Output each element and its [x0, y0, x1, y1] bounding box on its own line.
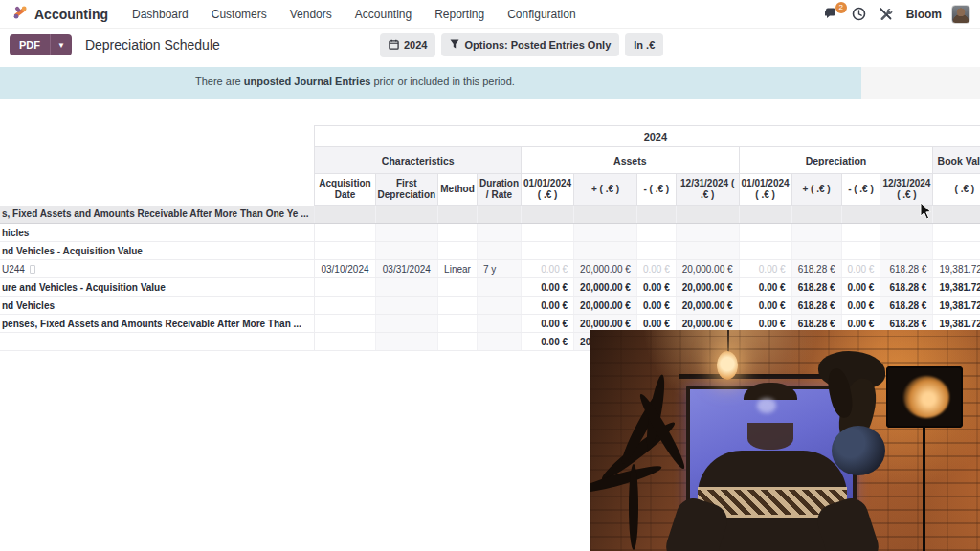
- cell: 0.00 €: [522, 297, 574, 315]
- cell: [477, 297, 521, 315]
- table-row[interactable]: hicles: [0, 224, 980, 242]
- cell: 19,381.72 €: [933, 278, 980, 297]
- cell: [477, 206, 521, 224]
- cell: [574, 224, 637, 242]
- cell: [791, 224, 841, 242]
- cell: 20,000.00 €: [676, 260, 739, 278]
- banner-text: There are unposted Journal Entries prior…: [195, 76, 515, 87]
- cell: 0.00 €: [522, 315, 574, 333]
- table-row[interactable]: nd Vehicles - Acquisition Value: [0, 242, 980, 260]
- globe-decor: [832, 426, 885, 475]
- cell: 618.28 €: [880, 260, 933, 278]
- cell: [739, 206, 791, 224]
- cell: [739, 224, 791, 242]
- banner-bold-text[interactable]: unposted Journal Entries: [244, 76, 371, 87]
- row-label[interactable]: penses, Fixed Assets and Amounts Receiva…: [0, 315, 315, 333]
- row-label[interactable]: hicles: [0, 224, 315, 242]
- cell: 7 y: [477, 260, 521, 278]
- cell: [933, 224, 980, 242]
- cell: [375, 333, 438, 351]
- row-label[interactable]: ure and Vehicles - Acquisition Value: [0, 278, 315, 297]
- cell: 618.28 €: [880, 297, 933, 315]
- menu-item-dashboard[interactable]: Dashboard: [122, 3, 199, 26]
- cell: [438, 278, 478, 297]
- cell: [477, 333, 521, 351]
- table-row[interactable]: nd Vehicles0.00 €20,000.00 €0.00 €20,000…: [0, 297, 980, 315]
- messages-icon[interactable]: 2: [822, 4, 843, 25]
- column-header[interactable]: 01/01/2024 ( .€ ): [522, 174, 574, 206]
- cell: [791, 206, 841, 224]
- menu-item-configuration[interactable]: Configuration: [497, 3, 586, 26]
- cell: [676, 242, 739, 260]
- column-header[interactable]: 12/31/2024 ( .€ ): [880, 174, 933, 206]
- cell: 0.00 €: [739, 297, 791, 315]
- table-row[interactable]: s, Fixed Assets and Amounts Receivable A…: [0, 206, 980, 224]
- banner-strip: There are unposted Journal Entries prior…: [0, 67, 980, 99]
- activities-clock-icon[interactable]: [849, 4, 870, 25]
- cell: 0.00 €: [841, 278, 880, 297]
- pdf-dropdown-caret-icon[interactable]: ▼: [50, 34, 72, 55]
- calendar-icon: [389, 39, 399, 52]
- cell: 20,000.00 €: [676, 297, 739, 315]
- row-label[interactable]: U244: [0, 260, 315, 278]
- main-menu: DashboardCustomersVendorsAccountingRepor…: [122, 3, 587, 26]
- cell: [375, 315, 438, 333]
- column-header[interactable]: 01/01/2024 ( .€ ): [739, 174, 791, 206]
- row-label[interactable]: s, Fixed Assets and Amounts Receivable A…: [0, 206, 315, 224]
- column-header[interactable]: - ( .€ ): [841, 174, 880, 206]
- column-header[interactable]: + ( .€ ): [574, 174, 637, 206]
- cell: [739, 242, 791, 260]
- row-label[interactable]: nd Vehicles - Acquisition Value: [0, 242, 315, 260]
- column-header[interactable]: - ( .€ ): [636, 174, 676, 206]
- group-header-depreciation: Depreciation: [739, 147, 933, 174]
- cell: [636, 206, 676, 224]
- cell: [477, 278, 521, 297]
- menu-item-customers[interactable]: Customers: [201, 3, 278, 26]
- tools-icon[interactable]: [876, 4, 897, 25]
- cell: [477, 224, 521, 242]
- column-header[interactable]: ( .€ ): [933, 174, 980, 206]
- cell: [841, 242, 880, 260]
- cell: [375, 242, 438, 260]
- column-header[interactable]: Method: [438, 174, 478, 206]
- group-header-assets: Assets: [522, 147, 740, 174]
- cell: [522, 206, 574, 224]
- cell: 0.00 €: [739, 278, 791, 297]
- pdf-button[interactable]: PDF: [10, 34, 50, 55]
- cell: 03/10/2024: [315, 260, 375, 278]
- cell: 0.00 €: [841, 260, 880, 278]
- cell: 0.00 €: [522, 278, 574, 297]
- filter-button-calendar[interactable]: 2024: [380, 33, 435, 57]
- cell: 20,000.00 €: [574, 260, 637, 278]
- column-header[interactable]: 12/31/2024 ( .€ ): [676, 174, 739, 206]
- filter-button-currency[interactable]: In .€: [625, 33, 663, 56]
- column-header[interactable]: Acquisition Date: [315, 174, 375, 206]
- cell: 0.00 €: [522, 260, 574, 278]
- cell: 19,381.72 €: [933, 260, 980, 278]
- column-header[interactable]: + ( .€ ): [791, 174, 841, 206]
- lamp-pole: [923, 428, 925, 551]
- cell: 618.28 €: [791, 297, 841, 315]
- menu-item-vendors[interactable]: Vendors: [279, 3, 343, 26]
- table-row[interactable]: U24403/10/202403/31/2024Linear7 y0.00 €2…: [0, 260, 980, 278]
- webcam-video-overlay[interactable]: [590, 330, 980, 551]
- top-navbar: Accounting DashboardCustomersVendorsAcco…: [0, 0, 980, 29]
- menu-item-reporting[interactable]: Reporting: [424, 3, 495, 26]
- filter-button-filter[interactable]: Options: Posted Entries Only: [441, 33, 619, 56]
- menu-item-accounting[interactable]: Accounting: [345, 3, 422, 26]
- cell: [438, 242, 478, 260]
- column-header[interactable]: Duration / Rate: [477, 174, 521, 206]
- company-switcher[interactable]: Bloom: [902, 8, 946, 21]
- messages-badge: 2: [835, 2, 847, 13]
- row-label[interactable]: [0, 333, 315, 351]
- app-brand[interactable]: Accounting: [0, 5, 108, 24]
- cell: [841, 206, 880, 224]
- column-header[interactable]: First Depreciation: [375, 174, 438, 206]
- year-header: 2024: [315, 126, 980, 147]
- user-avatar[interactable]: [951, 5, 970, 24]
- page-title: Depreciation Schedule: [85, 37, 220, 53]
- cell: [522, 224, 574, 242]
- cell: [315, 242, 375, 260]
- table-row[interactable]: ure and Vehicles - Acquisition Value0.00…: [0, 278, 980, 297]
- row-label[interactable]: nd Vehicles: [0, 297, 315, 315]
